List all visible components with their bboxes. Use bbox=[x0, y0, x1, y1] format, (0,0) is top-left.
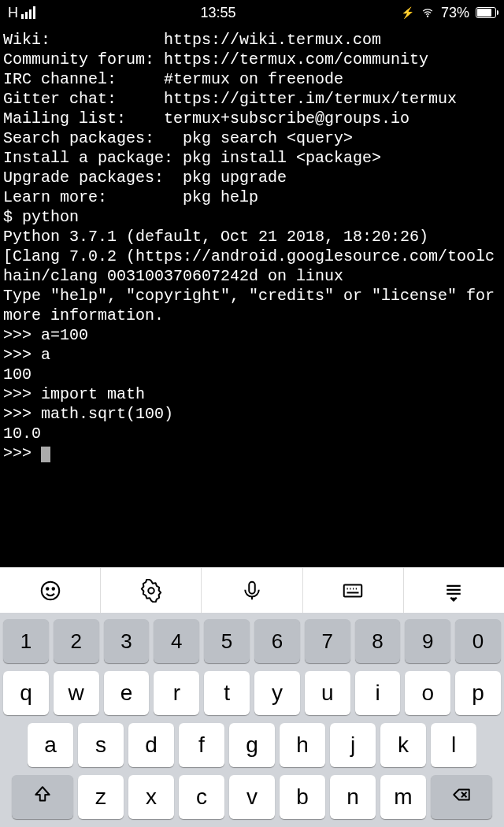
svg-rect-5 bbox=[249, 581, 255, 593]
key-u[interactable]: u bbox=[305, 671, 350, 715]
key-2[interactable]: 2 bbox=[54, 619, 99, 663]
svg-point-3 bbox=[52, 588, 54, 590]
key-y[interactable]: y bbox=[254, 671, 300, 715]
terminal-line: Mailing list: termux+subscribe@groups.io bbox=[3, 109, 501, 128]
key-e[interactable]: e bbox=[104, 671, 150, 715]
terminal-line: Upgrade packages: pkg upgrade bbox=[3, 168, 501, 187]
settings-button[interactable] bbox=[101, 568, 202, 613]
key-c[interactable]: c bbox=[179, 775, 224, 819]
emoji-button[interactable] bbox=[0, 568, 101, 613]
terminal-output[interactable]: Wiki: https://wiki.termux.comCommunity f… bbox=[0, 25, 504, 567]
key-z[interactable]: z bbox=[78, 775, 124, 819]
svg-point-1 bbox=[41, 581, 59, 599]
shift-icon bbox=[32, 784, 53, 810]
key-4[interactable]: 4 bbox=[154, 619, 199, 663]
terminal-line: IRC channel: #termux on freenode bbox=[3, 69, 501, 89]
key-d[interactable]: d bbox=[128, 723, 174, 767]
key-6[interactable]: 6 bbox=[254, 619, 300, 663]
key-n[interactable]: n bbox=[330, 775, 376, 819]
terminal-line: 10.0 bbox=[3, 424, 501, 443]
terminal-line: Gitter chat: https://gitter.im/termux/te… bbox=[3, 89, 501, 109]
key-s[interactable]: s bbox=[78, 723, 124, 767]
key-f[interactable]: f bbox=[179, 723, 224, 767]
key-1[interactable]: 1 bbox=[3, 619, 49, 663]
collapse-keyboard-button[interactable] bbox=[404, 568, 504, 613]
terminal-line: Install a package: pkg install <package> bbox=[3, 148, 501, 168]
terminal-line: 100 bbox=[3, 365, 501, 384]
key-j[interactable]: j bbox=[330, 723, 376, 767]
terminal-line: >>> import math bbox=[3, 384, 501, 404]
svg-point-0 bbox=[427, 16, 428, 17]
status-right: ⚡ 73% bbox=[401, 5, 496, 21]
terminal-line: [Clang 7.0.2 (https://android.googlesour… bbox=[3, 247, 501, 286]
terminal-line: $ python bbox=[3, 207, 501, 227]
key-0[interactable]: 0 bbox=[455, 619, 501, 663]
terminal-line: Search packages: pkg search <query> bbox=[3, 128, 501, 148]
key-q[interactable]: q bbox=[3, 671, 49, 715]
key-l[interactable]: l bbox=[431, 723, 476, 767]
key-x[interactable]: x bbox=[128, 775, 174, 819]
keyboard-switch-button[interactable] bbox=[303, 568, 404, 613]
svg-rect-6 bbox=[344, 584, 362, 596]
terminal-prompt[interactable]: >>> bbox=[3, 443, 501, 463]
soft-keyboard: 1234567890 qwertyuiop asdfghjkl zxcvbnm bbox=[0, 613, 504, 827]
shift-key[interactable] bbox=[12, 775, 73, 819]
key-g[interactable]: g bbox=[229, 723, 275, 767]
key-b[interactable]: b bbox=[280, 775, 325, 819]
terminal-line: >>> a=100 bbox=[3, 325, 501, 345]
carrier-label: H bbox=[8, 5, 18, 21]
key-k[interactable]: k bbox=[380, 723, 426, 767]
backspace-key[interactable] bbox=[431, 775, 492, 819]
status-left: H bbox=[8, 5, 35, 21]
key-p[interactable]: p bbox=[455, 671, 501, 715]
key-8[interactable]: 8 bbox=[355, 619, 401, 663]
terminal-line: Python 3.7.1 (default, Oct 21 2018, 18:2… bbox=[3, 227, 501, 247]
clock: 13:55 bbox=[35, 5, 401, 21]
backspace-icon bbox=[451, 784, 472, 810]
svg-point-4 bbox=[148, 588, 154, 594]
key-r[interactable]: r bbox=[154, 671, 199, 715]
terminal-line: >>> math.sqrt(100) bbox=[3, 404, 501, 424]
cursor bbox=[41, 447, 50, 462]
key-o[interactable]: o bbox=[405, 671, 450, 715]
charging-icon: ⚡ bbox=[401, 6, 414, 19]
svg-point-2 bbox=[46, 588, 49, 590]
key-9[interactable]: 9 bbox=[405, 619, 450, 663]
terminal-line: Wiki: https://wiki.termux.com bbox=[3, 30, 501, 50]
status-bar: H 13:55 ⚡ 73% bbox=[0, 0, 504, 25]
battery-percent: 73% bbox=[441, 5, 469, 21]
wifi-icon bbox=[421, 7, 435, 18]
signal-icon bbox=[21, 6, 35, 19]
battery-icon bbox=[476, 7, 496, 18]
key-h[interactable]: h bbox=[280, 723, 325, 767]
key-v[interactable]: v bbox=[229, 775, 275, 819]
key-3[interactable]: 3 bbox=[104, 619, 150, 663]
key-a[interactable]: a bbox=[28, 723, 73, 767]
key-7[interactable]: 7 bbox=[305, 619, 350, 663]
mic-button[interactable] bbox=[202, 568, 302, 613]
key-t[interactable]: t bbox=[204, 671, 250, 715]
terminal-line: Community forum: https://termux.com/comm… bbox=[3, 50, 501, 69]
key-i[interactable]: i bbox=[355, 671, 401, 715]
keyboard-toolbar bbox=[0, 567, 504, 613]
key-m[interactable]: m bbox=[380, 775, 426, 819]
key-w[interactable]: w bbox=[54, 671, 99, 715]
terminal-line: >>> a bbox=[3, 345, 501, 365]
key-5[interactable]: 5 bbox=[204, 619, 250, 663]
terminal-line: Learn more: pkg help bbox=[3, 187, 501, 207]
terminal-line: Type "help", "copyright", "credits" or "… bbox=[3, 286, 501, 325]
